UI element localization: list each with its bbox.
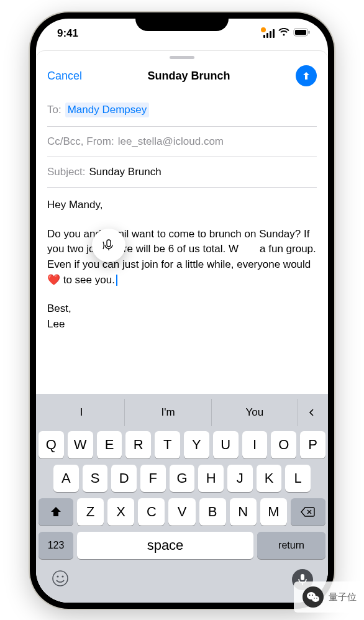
svg-point-4 bbox=[53, 571, 68, 586]
key-d[interactable]: D bbox=[111, 465, 137, 492]
notch bbox=[135, 12, 229, 31]
key-backspace[interactable] bbox=[291, 498, 325, 526]
key-g[interactable]: G bbox=[170, 465, 195, 492]
svg-point-13 bbox=[316, 598, 317, 599]
backspace-icon bbox=[301, 506, 316, 517]
subject-field[interactable]: Subject: Sunday Brunch bbox=[47, 157, 317, 188]
status-icons bbox=[263, 27, 311, 40]
key-q[interactable]: Q bbox=[39, 431, 64, 458]
svg-point-12 bbox=[314, 598, 315, 599]
key-c[interactable]: C bbox=[138, 498, 165, 526]
key-s[interactable]: S bbox=[83, 465, 108, 492]
dictation-indicator[interactable] bbox=[92, 229, 125, 262]
nav-title: Sunday Brunch bbox=[148, 70, 230, 83]
svg-point-6 bbox=[61, 575, 63, 577]
email-body[interactable]: Hey Mandy, Do you and Jamil want to come… bbox=[47, 188, 317, 349]
keyboard: I I'm You Q W E R T Y U I O bbox=[36, 394, 328, 603]
key-return[interactable]: return bbox=[257, 532, 325, 559]
svg-point-11 bbox=[312, 595, 313, 596]
subject-value: Sunday Brunch bbox=[89, 166, 161, 178]
key-v[interactable]: V bbox=[168, 498, 195, 526]
key-e[interactable]: E bbox=[97, 431, 122, 458]
key-row-4: 123 space return bbox=[39, 532, 325, 559]
body-main: Do you and Jamil want to come to brunch … bbox=[47, 227, 317, 288]
heart-emoji: ❤️ bbox=[47, 274, 60, 286]
keyboard-bottom-bar bbox=[39, 565, 325, 590]
wechat-watermark: 量子位 bbox=[294, 581, 364, 613]
send-button[interactable] bbox=[296, 65, 317, 86]
svg-rect-7 bbox=[301, 574, 304, 580]
to-field[interactable]: To: Mandy Dempsey bbox=[47, 94, 317, 127]
key-numbers[interactable]: 123 bbox=[39, 532, 73, 559]
key-i[interactable]: I bbox=[242, 431, 268, 458]
key-k[interactable]: K bbox=[257, 465, 282, 492]
key-t[interactable]: T bbox=[155, 431, 180, 458]
svg-rect-3 bbox=[107, 240, 111, 247]
key-o[interactable]: O bbox=[271, 431, 296, 458]
recording-indicator-dot bbox=[261, 27, 266, 32]
key-space[interactable]: space bbox=[77, 532, 253, 559]
prediction-1[interactable]: I bbox=[39, 399, 125, 426]
compose-sheet: Cancel Sunday Brunch To: Mandy Dempsey C… bbox=[36, 51, 328, 603]
key-a[interactable]: A bbox=[53, 465, 79, 492]
svg-point-5 bbox=[57, 575, 58, 577]
wechat-icon bbox=[303, 586, 324, 608]
microphone-icon bbox=[101, 238, 116, 253]
svg-point-10 bbox=[309, 595, 311, 596]
ccbcc-label: Cc/Bcc, From: bbox=[47, 135, 114, 148]
prediction-2[interactable]: I'm bbox=[125, 399, 211, 426]
cancel-button[interactable]: Cancel bbox=[47, 70, 82, 83]
nav-bar: Cancel Sunday Brunch bbox=[36, 62, 328, 94]
to-recipient-chip[interactable]: Mandy Dempsey bbox=[65, 103, 150, 117]
key-row-2: A S D F G H J K L bbox=[39, 465, 325, 492]
key-z[interactable]: Z bbox=[77, 498, 104, 526]
from-value: lee_stella@icloud.com bbox=[118, 135, 224, 148]
key-u[interactable]: U bbox=[213, 431, 239, 458]
emoji-button[interactable] bbox=[51, 569, 70, 590]
screen: 9:41 Cancel Sunday Brunch bbox=[36, 19, 328, 603]
arrow-up-icon bbox=[301, 70, 312, 81]
watermark-label: 量子位 bbox=[329, 591, 357, 603]
key-n[interactable]: N bbox=[230, 498, 257, 526]
compose-area: To: Mandy Dempsey Cc/Bcc, From: lee_stel… bbox=[36, 94, 328, 394]
key-f[interactable]: F bbox=[140, 465, 166, 492]
svg-rect-2 bbox=[309, 31, 310, 34]
emoji-icon bbox=[51, 569, 70, 588]
to-label: To: bbox=[47, 104, 61, 116]
chevron-left-icon bbox=[307, 408, 316, 417]
key-j[interactable]: J bbox=[227, 465, 253, 492]
key-p[interactable]: P bbox=[300, 431, 325, 458]
battery-icon bbox=[293, 27, 311, 40]
key-x[interactable]: X bbox=[107, 498, 134, 526]
key-shift[interactable] bbox=[39, 498, 73, 526]
ccbcc-field[interactable]: Cc/Bcc, From: lee_stella@icloud.com bbox=[47, 127, 317, 157]
shift-icon bbox=[50, 506, 62, 517]
key-w[interactable]: W bbox=[68, 431, 93, 458]
key-row-1: Q W E R T Y U I O P bbox=[39, 431, 325, 458]
subject-label: Subject: bbox=[47, 166, 85, 178]
phone-frame: 9:41 Cancel Sunday Brunch bbox=[30, 12, 334, 609]
svg-point-9 bbox=[312, 596, 319, 602]
text-cursor bbox=[116, 275, 117, 286]
prediction-bar: I I'm You bbox=[39, 399, 325, 426]
prediction-3[interactable]: You bbox=[212, 399, 298, 426]
key-y[interactable]: Y bbox=[184, 431, 209, 458]
key-b[interactable]: B bbox=[199, 498, 226, 526]
body-signoff: Best, Lee bbox=[47, 301, 317, 332]
sheet-grabber[interactable] bbox=[170, 56, 194, 59]
key-r[interactable]: R bbox=[125, 431, 151, 458]
wifi-icon bbox=[278, 27, 289, 40]
svg-rect-1 bbox=[295, 30, 306, 35]
body-greeting: Hey Mandy, bbox=[47, 198, 317, 213]
key-row-3: Z X C V B N M bbox=[39, 498, 325, 526]
prediction-collapse[interactable] bbox=[298, 399, 325, 426]
key-m[interactable]: M bbox=[260, 498, 287, 526]
key-l[interactable]: L bbox=[285, 465, 311, 492]
key-h[interactable]: H bbox=[198, 465, 224, 492]
status-time: 9:41 bbox=[57, 27, 78, 40]
